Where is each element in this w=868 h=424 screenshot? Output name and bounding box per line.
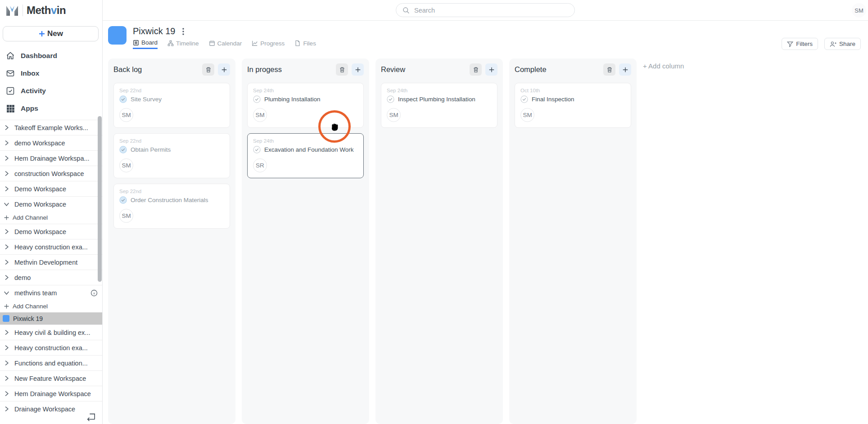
workspace-label: Hem Drainage Workspa... [14, 155, 90, 162]
methvin-logo-icon [5, 4, 19, 17]
workspace-label: methvins team [14, 289, 57, 297]
channel-color-swatch [3, 315, 9, 322]
check-circle-icon[interactable] [253, 95, 261, 103]
sidebar-item-workspace[interactable]: Heavy construction exa... [0, 340, 102, 355]
sidebar-item-workspace[interactable]: construction Workspace [0, 166, 102, 181]
trash-icon [606, 67, 613, 73]
add-card-button[interactable] [485, 63, 497, 76]
sidebar-item-workspace[interactable]: Heavy construction exa... [0, 239, 102, 254]
workspace-label: Hem Drainage Workspace [14, 390, 91, 397]
card-date: Sep 24th [253, 88, 358, 93]
delete-column-button[interactable] [202, 63, 214, 76]
project-color-icon [108, 26, 127, 45]
task-card[interactable]: Sep 24th Inspect Plumbing Installation S… [381, 83, 497, 128]
chevron-right-icon [4, 360, 9, 366]
board-icon [133, 40, 139, 46]
sidebar-item-workspace-expanded[interactable]: methvins team [0, 285, 102, 300]
chevron-right-icon [4, 125, 9, 131]
tab-timeline[interactable]: Timeline [167, 39, 199, 49]
page-title: Pixwick 19 [133, 26, 175, 36]
assignee-avatar[interactable]: SM [119, 209, 133, 223]
check-circle-icon[interactable] [119, 146, 127, 153]
workspace-label: construction Workspace [14, 170, 84, 177]
sidebar-channel-pixwick-19[interactable]: Pixwick 19 [0, 312, 102, 325]
card-date: Oct 10th [520, 88, 625, 93]
task-card[interactable]: Sep 22nd Order Construction Materials SM [113, 184, 230, 229]
share-button[interactable]: Share [824, 38, 861, 50]
delete-column-button[interactable] [470, 63, 482, 76]
delete-column-button[interactable] [336, 63, 348, 76]
tab-label: Timeline [176, 40, 199, 47]
workspace-label: demo Workspace [14, 140, 65, 147]
add-card-button[interactable] [352, 63, 364, 76]
task-card[interactable]: Sep 22nd Site Survey SM [113, 83, 230, 128]
sidebar-item-workspace[interactable]: Takeoff Example Works... [0, 120, 102, 135]
new-button-label: New [47, 29, 63, 38]
sidebar-item-workspace[interactable]: Heavy civil & building ex... [0, 325, 102, 340]
sidebar-item-workspace[interactable]: Demo Workspace [0, 181, 102, 196]
workspace-label: Heavy construction exa... [14, 344, 88, 352]
sidebar-item-workspace-expanded[interactable]: Demo Workspace [0, 196, 102, 212]
add-card-button[interactable] [218, 63, 230, 76]
tab-board[interactable]: Board [133, 39, 158, 49]
add-channel-button[interactable]: Add Channel [0, 212, 102, 224]
assignee-avatar[interactable]: SM [119, 108, 133, 122]
sidebar-item-workspace[interactable]: demo Workspace [0, 135, 102, 150]
user-avatar[interactable]: SM [852, 3, 866, 18]
assignee-avatar[interactable]: SM [387, 108, 401, 122]
sidebar-item-activity[interactable]: Activity [0, 82, 102, 99]
inbox-icon [6, 69, 15, 78]
column-title: Back log [113, 65, 202, 74]
sidebar-item-apps[interactable]: Apps [0, 99, 102, 117]
sidebar-item-workspace[interactable]: Functions and equation... [0, 355, 102, 370]
delete-column-button[interactable] [603, 63, 615, 76]
assignee-avatar[interactable]: SM [119, 158, 133, 172]
sidebar-item-workspace[interactable]: New Feature Workspace [0, 370, 102, 386]
filters-button[interactable]: Filters [782, 38, 818, 50]
task-card[interactable]: Sep 22nd Obtain Permits SM [113, 133, 230, 178]
assignee-avatar[interactable]: SR [253, 158, 267, 172]
column-title: Review [381, 65, 470, 74]
app-logo[interactable]: Methvin [0, 0, 102, 21]
trash-icon [473, 67, 479, 73]
project-menu-icon[interactable] [182, 28, 184, 35]
task-card-dragging[interactable]: Sep 24th Excavation and Foundation Work … [247, 133, 364, 178]
add-channel-label: Add Channel [13, 303, 48, 310]
files-icon [294, 40, 301, 46]
card-title: Order Construction Materials [131, 197, 208, 203]
search-box[interactable] [396, 3, 575, 17]
sidebar-item-workspace[interactable]: Hem Drainage Workspa... [0, 150, 102, 166]
chevron-right-icon [4, 406, 9, 412]
task-card[interactable]: Oct 10th Final Inspection SM [515, 83, 631, 128]
view-tabs: Board Timeline Calendar Progress Files [133, 39, 316, 49]
workspace-label: Demo Workspace [14, 185, 66, 193]
task-card[interactable]: Sep 24th Plumbing Installation SM [247, 83, 364, 128]
sidebar-item-workspace[interactable]: Demo Workspace [0, 224, 102, 239]
tab-calendar[interactable]: Calendar [209, 39, 242, 49]
sidebar-scrollbar[interactable] [98, 116, 102, 282]
tab-progress[interactable]: Progress [252, 39, 285, 49]
workspace-label: Drainage Workspace [14, 406, 75, 413]
check-circle-icon[interactable] [387, 95, 394, 103]
sidebar-item-dashboard[interactable]: Dashboard [0, 47, 102, 64]
add-channel-button[interactable]: Add Channel [0, 300, 102, 312]
sidebar-item-workspace[interactable]: Hem Drainage Workspace [0, 386, 102, 401]
check-circle-icon[interactable] [119, 196, 127, 204]
check-circle-icon[interactable] [253, 146, 261, 153]
sidebar-item-inbox[interactable]: Inbox [0, 64, 102, 82]
info-icon[interactable] [90, 289, 98, 297]
check-circle-icon[interactable] [520, 95, 528, 103]
plus-icon [38, 30, 45, 37]
tab-files[interactable]: Files [294, 39, 316, 49]
search-input[interactable] [414, 7, 574, 14]
new-button[interactable]: New [3, 26, 99, 41]
assignee-avatar[interactable]: SM [253, 108, 267, 122]
add-column-button[interactable]: + Add column [643, 62, 684, 424]
card-title: Obtain Permits [131, 146, 171, 153]
sidebar-item-workspace[interactable]: demo [0, 270, 102, 285]
collapse-sidebar-icon[interactable] [86, 412, 96, 421]
add-card-button[interactable] [619, 63, 631, 76]
check-circle-icon[interactable] [119, 95, 127, 103]
assignee-avatar[interactable]: SM [520, 108, 534, 122]
sidebar-item-workspace[interactable]: Methvin Development [0, 254, 102, 270]
